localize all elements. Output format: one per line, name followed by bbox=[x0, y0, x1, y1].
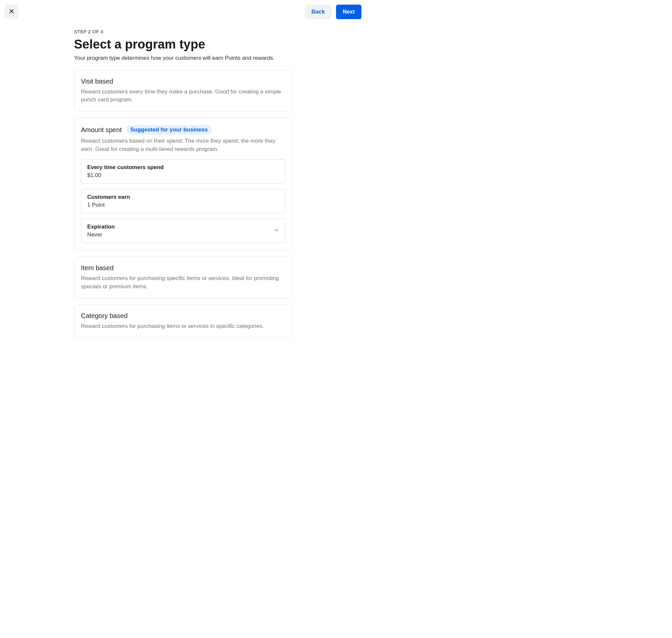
page-subtitle: Your program type determines how your cu… bbox=[74, 55, 292, 62]
field-value: 1 Point bbox=[87, 202, 279, 208]
option-desc: Reward customers based on their spend. T… bbox=[81, 137, 285, 153]
option-visit-based[interactable]: Visit based Reward customers every time … bbox=[74, 70, 292, 112]
option-desc: Reward customers for purchasing specific… bbox=[81, 274, 285, 290]
field-label: Every time customers spend bbox=[87, 164, 279, 171]
page-title: Select a program type bbox=[74, 38, 292, 51]
option-head: Category based bbox=[81, 312, 285, 320]
field-label: Customers earn bbox=[87, 194, 279, 200]
option-title: Amount spent bbox=[81, 126, 121, 134]
chevron-down-icon bbox=[274, 227, 279, 234]
wizard-page: Back Next STEP 2 OF 4 Select a program t… bbox=[0, 0, 366, 349]
option-title: Visit based bbox=[81, 78, 113, 85]
option-amount-spent[interactable]: Amount spent Suggested for your business… bbox=[74, 118, 292, 251]
spend-threshold-field[interactable]: Every time customers spend $1.00 bbox=[81, 159, 285, 184]
option-category-based[interactable]: Category based Reward customers for purc… bbox=[74, 304, 292, 338]
option-title: Item based bbox=[81, 264, 114, 272]
option-item-based[interactable]: Item based Reward customers for purchasi… bbox=[74, 256, 292, 298]
wizard-content: STEP 2 OF 4 Select a program type Your p… bbox=[74, 29, 292, 338]
field-value: Never bbox=[87, 232, 279, 238]
amount-spent-fields: Every time customers spend $1.00 Custome… bbox=[81, 159, 285, 243]
option-head: Amount spent Suggested for your business bbox=[81, 125, 285, 134]
field-value: $1.00 bbox=[87, 172, 279, 179]
option-head: Visit based bbox=[81, 78, 285, 85]
option-title: Category based bbox=[81, 312, 128, 320]
next-button[interactable]: Next bbox=[336, 5, 361, 19]
option-head: Item based bbox=[81, 264, 285, 272]
step-label: STEP 2 OF 4 bbox=[74, 29, 292, 34]
expiration-field[interactable]: Expiration Never bbox=[81, 219, 285, 243]
header-actions: Back Next bbox=[305, 5, 362, 19]
close-icon bbox=[9, 8, 15, 15]
close-button[interactable] bbox=[5, 5, 18, 18]
field-label: Expiration bbox=[87, 223, 279, 230]
header-bar: Back Next bbox=[5, 5, 361, 19]
customers-earn-field[interactable]: Customers earn 1 Point bbox=[81, 189, 285, 213]
back-button[interactable]: Back bbox=[305, 5, 332, 19]
option-desc: Reward customers every time they make a … bbox=[81, 88, 285, 104]
suggested-badge: Suggested for your business bbox=[126, 125, 211, 134]
option-desc: Reward customers for purchasing items or… bbox=[81, 322, 285, 331]
